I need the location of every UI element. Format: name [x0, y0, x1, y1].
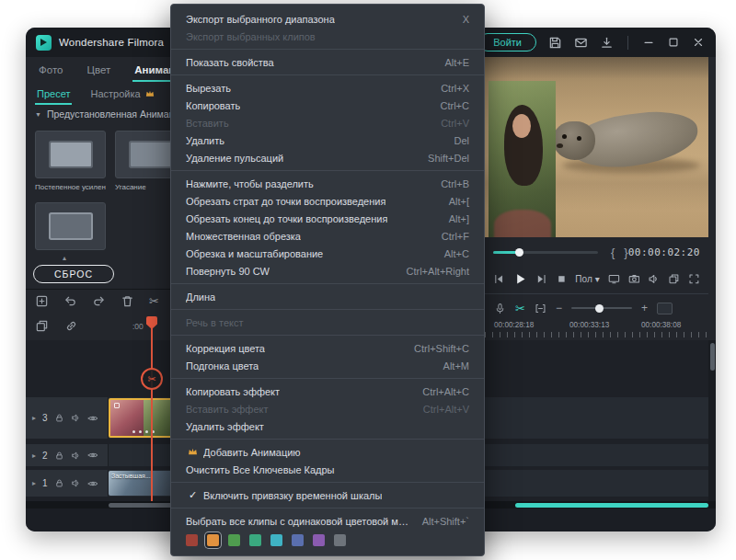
save-project-button[interactable]	[548, 36, 562, 50]
split-at-playhead-button[interactable]: ✂	[141, 368, 163, 390]
menu-item-crop-zoom[interactable]: Обрезка и масштабированиеAlt+C	[171, 245, 484, 262]
zoom-slider-knob[interactable]	[595, 304, 604, 313]
voiceover-mic-button[interactable]	[494, 303, 506, 314]
eye-icon[interactable]	[87, 450, 98, 461]
app-title: Wondershare Filmora	[59, 37, 164, 48]
preset-card-fade-in[interactable]: Постепенное усиление	[35, 131, 106, 191]
play-button[interactable]	[513, 272, 527, 286]
seek-knob[interactable]	[515, 248, 523, 257]
subtab-custom[interactable]: Настройка	[88, 85, 156, 103]
menu-item-duration[interactable]: Длина	[171, 288, 484, 305]
subtab-preset[interactable]: Пресет	[35, 85, 72, 103]
close-button[interactable]	[692, 36, 705, 49]
fullscreen-button[interactable]	[688, 273, 700, 285]
color-swatch-cyan[interactable]	[270, 534, 282, 546]
playhead-handle[interactable]	[146, 316, 157, 329]
preset-thumbnail[interactable]	[35, 131, 106, 178]
reset-button[interactable]: СБРОС	[33, 265, 114, 283]
lock-icon[interactable]	[54, 413, 64, 423]
zoom-out-button[interactable]: −	[556, 303, 562, 314]
menu-item-enable-snapping[interactable]: ✓ Включить привязку временной шкалы	[171, 486, 484, 504]
color-swatch-green[interactable]	[228, 534, 240, 546]
preview-seek-slider[interactable]	[493, 251, 598, 254]
lock-icon[interactable]	[54, 478, 64, 488]
zoom-fit-button[interactable]	[657, 303, 673, 314]
playback-quality-dropdown[interactable]: Пол ▾	[575, 274, 599, 284]
volume-button[interactable]	[648, 273, 660, 285]
eye-icon[interactable]	[87, 478, 98, 489]
menu-item-clear-keyframes[interactable]: Очистить Все Ключевые Кадры	[171, 461, 484, 478]
zoom-in-button[interactable]: +	[641, 303, 648, 314]
mute-speaker-icon[interactable]	[71, 451, 81, 461]
stop-button[interactable]	[556, 273, 568, 285]
snapshot-camera-button[interactable]	[628, 273, 640, 285]
previous-frame-button[interactable]	[493, 273, 505, 285]
menu-item-add-animation[interactable]: Добавить Анимацию	[171, 443, 484, 461]
eye-icon[interactable]	[87, 413, 98, 424]
zoom-slider[interactable]	[571, 307, 632, 309]
vertical-scrollbar-thumb[interactable]	[710, 343, 715, 371]
preset-section-header[interactable]: ▼ Предустановленная Анимация	[35, 109, 185, 120]
menu-item-delete-effect[interactable]: Удалить эффект	[171, 417, 484, 435]
color-swatch-teal[interactable]	[249, 534, 261, 546]
color-swatch-purple[interactable]	[313, 534, 325, 546]
menu-item-show-properties[interactable]: Показать свойстваAlt+E	[171, 53, 484, 71]
menu-item-delete[interactable]: УдалитьDel	[171, 131, 484, 149]
split-playhead-button[interactable]: ✂	[515, 302, 525, 315]
menu-item-color-match[interactable]: Подгонка цветаAlt+M	[171, 357, 484, 374]
menu-item-select-same-color-label[interactable]: Выбрать все клипы с одинаковой цветовой …	[171, 512, 484, 530]
color-swatch-orange[interactable]	[207, 534, 219, 546]
timecode-display[interactable]: 00:00:02:20	[628, 246, 700, 258]
color-swatch-blue[interactable]	[292, 534, 304, 546]
menu-item-color-correction[interactable]: Коррекция цветаCtrl+Shift+C	[171, 339, 484, 357]
feedback-mail-button[interactable]	[574, 36, 588, 50]
minimize-button[interactable]	[642, 36, 655, 49]
export-button[interactable]	[600, 36, 614, 50]
menu-item-trim-start[interactable]: Обрезать страт до точки воспроизведенияA…	[171, 192, 484, 210]
mute-speaker-icon[interactable]	[71, 413, 81, 423]
menu-item-trim-end[interactable]: Обрезать конец до точки воспроизведенияA…	[171, 210, 484, 227]
login-button[interactable]: Войти	[478, 33, 536, 51]
color-swatch-red[interactable]	[186, 534, 198, 546]
delete-button[interactable]	[121, 294, 134, 308]
track-expand-icon[interactable]: ▸	[32, 479, 36, 487]
tab-photo[interactable]: Фото	[37, 59, 64, 81]
undo-button[interactable]	[63, 294, 77, 308]
menu-item-cut[interactable]: ВырезатьCtrl+X	[171, 79, 484, 97]
track-manager-button[interactable]	[35, 294, 49, 308]
tab-color[interactable]: Цвет	[85, 59, 112, 81]
timeline-ruler[interactable]: 00:00:28:18 00:00:33:13 00:00:38:08	[485, 320, 708, 340]
track-expand-icon[interactable]: ▸	[32, 451, 36, 460]
overlay-clip-woman[interactable]	[489, 81, 556, 237]
mark-in-button[interactable]: {	[611, 246, 615, 259]
menu-item-export-range[interactable]: Экспорт выбранного диапазонаX	[171, 10, 484, 28]
scrollbar-thumb-teal[interactable]	[515, 503, 708, 508]
trim-interval-button[interactable]	[535, 303, 546, 314]
preset-thumbnail[interactable]	[35, 202, 106, 250]
video-clip[interactable]: Застывшая...	[109, 471, 178, 496]
menu-item-ripple-delete[interactable]: Удаление пульсацийShift+Del	[171, 149, 484, 166]
menu-item-copy-effect[interactable]: Копировать эффектCtrl+Alt+C	[171, 383, 484, 400]
ruler-ticks	[485, 332, 708, 337]
woman-body	[494, 210, 551, 237]
display-mode-button[interactable]	[608, 273, 620, 285]
menu-item-rotate-90[interactable]: Повернуть 90 CWCtrl+Alt+Right	[171, 262, 484, 280]
timeline-ruler-left[interactable]: :00	[132, 322, 144, 331]
duplicate-button[interactable]	[35, 319, 49, 333]
maximize-button[interactable]	[667, 36, 680, 49]
redo-button[interactable]	[92, 294, 106, 308]
next-frame-button[interactable]	[535, 273, 547, 285]
photo-clip-selected[interactable]	[109, 398, 178, 438]
menu-item-copy[interactable]: КопироватьCtrl+C	[171, 97, 484, 114]
menu-item-split[interactable]: Нажмите, чтобы разделитьCtrl+B	[171, 175, 484, 192]
duplicate-frame-button[interactable]	[668, 273, 680, 285]
color-swatch-gray[interactable]	[334, 534, 346, 546]
track-expand-icon[interactable]: ▸	[32, 414, 36, 422]
split-scissors-button[interactable]: ✂	[149, 294, 159, 308]
preview-canvas[interactable]	[485, 57, 708, 237]
preset-card[interactable]	[35, 202, 106, 250]
mute-speaker-icon[interactable]	[71, 478, 81, 488]
lock-icon[interactable]	[54, 451, 64, 461]
link-button[interactable]	[64, 319, 78, 333]
menu-item-multi-trim[interactable]: Множественная обрезкаCtrl+F	[171, 227, 484, 245]
